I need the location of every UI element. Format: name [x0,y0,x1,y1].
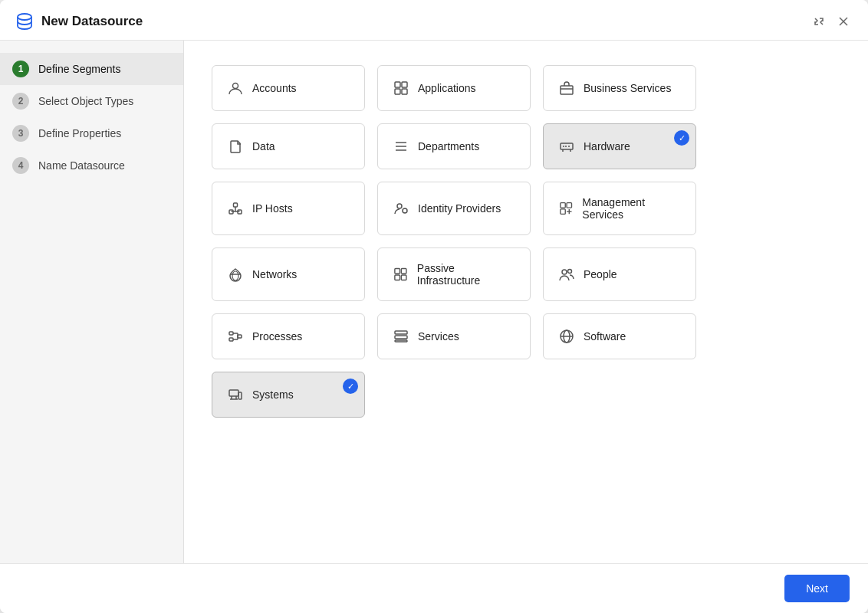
segment-card-services[interactable]: Services [377,313,531,359]
identity-providers-label: Identity Providers [418,202,501,215]
people-icon [559,267,574,282]
svg-rect-6 [395,89,400,94]
close-button[interactable] [834,14,853,29]
main-window: New Datasource 1 Define Segments [0,0,868,613]
systems-icon [228,387,243,402]
segment-card-people[interactable]: People [543,247,696,301]
identity-providers-icon [393,201,409,216]
step-1-circle: 1 [12,61,29,77]
ip-hosts-label: IP Hosts [252,202,293,215]
svg-rect-40 [401,275,406,280]
title-bar: New Datasource [0,0,868,41]
segment-card-networks[interactable]: Networks [212,247,365,301]
svg-point-42 [568,270,572,274]
segment-card-hardware[interactable]: Hardware ✓ [543,123,696,169]
processes-label: Processes [252,330,302,343]
applications-label: Applications [418,82,476,94]
networks-label: Networks [252,268,297,280]
footer: Next [0,563,868,613]
svg-rect-31 [567,203,571,208]
segment-card-ip-hosts[interactable]: IP Hosts [212,182,365,235]
services-icon [393,329,409,344]
svg-rect-49 [395,331,407,334]
data-icon [228,139,243,154]
svg-rect-5 [402,82,407,87]
step-3-circle: 3 [12,125,29,142]
departments-icon [393,139,409,154]
data-label: Data [252,140,275,152]
sidebar-label-select-object-types: Select Object Types [38,95,133,107]
people-label: People [584,268,617,280]
hardware-label: Hardware [584,140,630,152]
segment-card-applications[interactable]: Applications [377,65,531,111]
segment-card-business-services[interactable]: Business Services [543,65,696,111]
sidebar: 1 Define Segments 2 Select Object Types … [0,41,184,563]
sidebar-label-define-properties: Define Properties [38,127,121,139]
expand-button[interactable] [810,14,828,29]
title-bar-left: New Datasource [15,12,143,31]
segment-card-accounts[interactable]: Accounts [212,65,365,111]
svg-rect-43 [229,332,233,335]
sidebar-item-select-object-types[interactable]: 2 Select Object Types [0,85,183,117]
services-label: Services [418,330,459,343]
software-icon [559,329,574,344]
svg-point-36 [232,271,238,280]
accounts-label: Accounts [252,82,297,94]
passive-infrastructure-icon [393,267,408,282]
svg-point-24 [397,204,402,208]
svg-point-3 [233,84,238,89]
svg-rect-7 [402,89,407,94]
svg-rect-4 [395,82,400,87]
segment-grid: Accounts Applications [212,65,840,418]
svg-rect-8 [561,86,573,94]
svg-rect-32 [561,209,565,214]
step-2-circle: 2 [12,93,29,110]
svg-rect-51 [395,340,407,342]
step-4-circle: 4 [12,157,29,174]
svg-rect-38 [401,268,406,274]
svg-rect-55 [229,390,238,396]
window-title: New Datasource [41,14,143,29]
hardware-check-badge: ✓ [674,130,689,146]
management-services-icon [559,201,573,216]
datasource-icon [15,12,34,31]
svg-rect-50 [395,336,407,339]
segment-card-departments[interactable]: Departments [377,123,531,169]
svg-rect-37 [395,268,400,274]
management-services-label: Management Services [582,196,680,221]
systems-check-badge: ✓ [343,379,358,394]
hardware-icon [559,139,574,154]
next-button[interactable]: Next [784,575,850,602]
segment-card-software[interactable]: Software [543,313,696,359]
passive-infrastructure-label: Passive Infrastructure [417,262,515,287]
sidebar-item-define-segments[interactable]: 1 Define Segments [0,53,183,85]
body: 1 Define Segments 2 Select Object Types … [0,41,868,563]
svg-point-0 [18,14,31,20]
segment-card-systems[interactable]: Systems ✓ [212,372,365,418]
sidebar-item-define-properties[interactable]: 3 Define Properties [0,117,183,149]
svg-rect-59 [238,392,242,399]
business-services-icon [559,80,574,96]
svg-rect-44 [229,338,233,341]
segment-card-processes[interactable]: Processes [212,313,365,359]
segment-card-passive-infrastructure[interactable]: Passive Infrastructure [377,247,531,301]
main-content: Accounts Applications [184,41,868,563]
accounts-icon [228,80,243,96]
svg-point-41 [562,270,567,274]
segment-card-data[interactable]: Data [212,123,365,169]
sidebar-label-name-datasource: Name Datasource [38,159,125,172]
svg-rect-39 [395,275,400,280]
sidebar-item-name-datasource[interactable]: 4 Name Datasource [0,149,183,182]
title-bar-actions [810,14,853,29]
business-services-label: Business Services [584,82,671,94]
sidebar-label-define-segments: Define Segments [38,63,120,75]
svg-rect-30 [561,203,565,208]
applications-icon [393,80,409,96]
software-label: Software [584,330,626,343]
systems-label: Systems [252,388,294,401]
segment-card-identity-providers[interactable]: Identity Providers [377,182,531,235]
svg-rect-20 [234,203,238,207]
networks-icon [228,267,243,282]
segment-card-management-services[interactable]: Management Services [543,182,696,235]
ip-hosts-icon [228,201,243,216]
